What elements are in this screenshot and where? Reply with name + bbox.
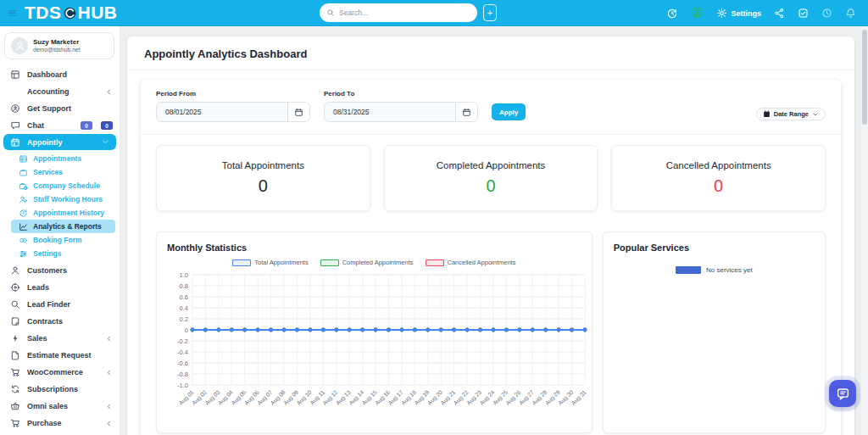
date-range-label: Date Range (774, 110, 809, 118)
history-icon[interactable] (666, 8, 678, 20)
monthly-statistics-chart: 1.00.80.60.40.20-0.2-0.4-0.6-0.8-1.0Aug … (167, 268, 592, 422)
svg-text:0: 0 (185, 326, 188, 334)
sidebar-item-purchase[interactable]: Purchase (0, 415, 120, 432)
sidebar: Suzy Marketer demo@tdshub.net Dashboard$… (0, 26, 120, 435)
refresh-icon (10, 384, 20, 394)
sidebar-subitem-label: Company Schedule (33, 181, 100, 190)
sidebar-item-label: Subscriptions (27, 385, 113, 393)
settings-button[interactable]: Settings (716, 8, 761, 19)
sidebar-subitem-appointment-history[interactable]: Appointment History (0, 206, 120, 220)
period-from-input[interactable] (157, 108, 287, 116)
filter-row: Period From Period To Apply D (141, 80, 841, 135)
sidebar-item-label: Appointly (27, 138, 95, 147)
sidebar-subitem-label: Analytics & Reports (33, 222, 102, 231)
svg-text:Aug 31: Aug 31 (570, 389, 588, 407)
period-to-input[interactable] (325, 108, 455, 116)
sidebar-item-label: Dashboard (27, 70, 113, 79)
sidebar-item-lead-finder[interactable]: Lead Finder (0, 296, 120, 313)
history-icon (19, 209, 28, 218)
sidebar-item-label: Lead Finder (27, 300, 113, 309)
sidebar-subitem-settings[interactable]: Settings (0, 247, 120, 260)
sidebar-item-accounting[interactable]: $Accounting (0, 83, 120, 100)
sidebar-subitem-label: Settings (33, 249, 62, 258)
sidebar-item-label: Get Support (27, 104, 113, 113)
dollar-icon: $ (10, 86, 20, 97)
sidebar-item-omni-sales[interactable]: Omni sales (0, 398, 120, 415)
sidebar-subitem-label: Services (33, 168, 63, 176)
support-agent-icon[interactable] (691, 7, 704, 20)
chat-icon (10, 120, 20, 131)
search-bar[interactable] (320, 3, 477, 22)
sidebar-subitem-booking-form[interactable]: Booking Form (0, 233, 120, 247)
stat-label: Completed Appointments (437, 160, 546, 170)
bolt-icon (10, 333, 20, 343)
cart-icon (10, 418, 20, 428)
period-to-label: Period To (324, 90, 478, 98)
hamburger-menu-icon[interactable] (7, 8, 18, 19)
search-icon (10, 299, 20, 310)
add-button[interactable]: + (483, 4, 497, 21)
calendar-picker-icon[interactable] (455, 103, 477, 121)
profile-card[interactable]: Suzy Marketer demo@tdshub.net (4, 32, 114, 59)
target-icon (10, 282, 20, 293)
staff-icon (19, 195, 28, 204)
bell-icon[interactable] (845, 8, 856, 19)
sidebar-item-woocommerce[interactable]: WooCommerce (0, 364, 120, 381)
sidebar-appointly-group: Appointly AppointmentsServicesCompany Sc… (0, 134, 120, 260)
chat-bubble-icon (836, 387, 850, 401)
sidebar-item-sales[interactable]: Sales (0, 330, 120, 347)
sidebar-item-label: Leads (27, 283, 113, 292)
popular-services-legend: No services yet (614, 266, 815, 274)
svg-text:-0.6: -0.6 (177, 360, 188, 367)
legend-swatch (676, 266, 701, 274)
sidebar-item-subscriptions[interactable]: Subscriptions (0, 381, 120, 398)
calendar-icon (10, 137, 20, 148)
clock-icon[interactable] (821, 8, 832, 19)
date-range-dropdown[interactable]: Date Range (756, 108, 826, 120)
period-from-label: Period From (156, 90, 310, 98)
sidebar-item-get-support[interactable]: Get Support (0, 100, 120, 117)
chat-fab-button[interactable] (829, 380, 856, 407)
profile-email: demo@tdshub.net (33, 47, 81, 53)
sidebar-item-leads[interactable]: Leads (0, 279, 120, 296)
sidebar-item-contracts[interactable]: Contracts (0, 313, 120, 330)
sidebar-item-customers[interactable]: Customers (0, 262, 120, 279)
sliders-icon (19, 249, 28, 259)
svg-text:-0.4: -0.4 (177, 349, 188, 356)
sidebar-item-label: Customers (27, 266, 113, 275)
sidebar-subitem-staff-working-hours[interactable]: Staff Working Hours (0, 192, 120, 206)
period-from-field[interactable] (156, 102, 310, 122)
period-to-field[interactable] (324, 102, 478, 122)
logo-text-prefix: TDS (25, 3, 62, 23)
sidebar-subitem-label: Booking Form (33, 236, 82, 244)
sidebar-subitem-company-schedule[interactable]: Company Schedule (0, 179, 120, 192)
search-input[interactable] (339, 8, 470, 17)
analytics-panel: Period From Period To Apply D (141, 80, 841, 435)
profile-name: Suzy Marketer (33, 38, 81, 47)
logo-emblem-icon (63, 6, 77, 20)
app-logo[interactable]: TDS HUB (25, 3, 118, 23)
sidebar-subitem-services[interactable]: Services (0, 165, 120, 179)
svg-text:-0.8: -0.8 (177, 371, 188, 378)
monthly-statistics-plot: 1.00.80.60.40.20-0.2-0.4-0.6-0.8-1.0Aug … (167, 268, 581, 422)
share-icon[interactable] (774, 8, 785, 19)
topbar: TDS HUB + Settings (0, 0, 868, 26)
apply-button[interactable]: Apply (492, 103, 526, 120)
stat-value: 0 (714, 176, 723, 196)
tasks-icon[interactable] (798, 8, 809, 19)
sidebar-subitem-analytics-reports[interactable]: Analytics & Reports (11, 220, 115, 233)
sidebar-subitem-label: Staff Working Hours (33, 195, 103, 204)
sidebar-item-dashboard[interactable]: Dashboard (0, 66, 120, 83)
chevron-left-icon (105, 420, 113, 427)
sidebar-subitem-appointments[interactable]: Appointments (0, 152, 120, 165)
calendar-picker-icon[interactable] (287, 103, 309, 121)
headset-icon (10, 103, 20, 114)
scrollbar-thumb[interactable] (862, 30, 867, 125)
sidebar-item-label: Sales (27, 334, 98, 343)
calendar-icon (763, 110, 771, 118)
avatar (11, 37, 28, 54)
sidebar-item-estimate-request[interactable]: Estimate Request (0, 347, 120, 364)
sidebar-item-appointly[interactable]: Appointly (3, 134, 116, 150)
legend-swatch (320, 259, 339, 266)
sidebar-item-chat[interactable]: Chat00 (0, 117, 120, 134)
